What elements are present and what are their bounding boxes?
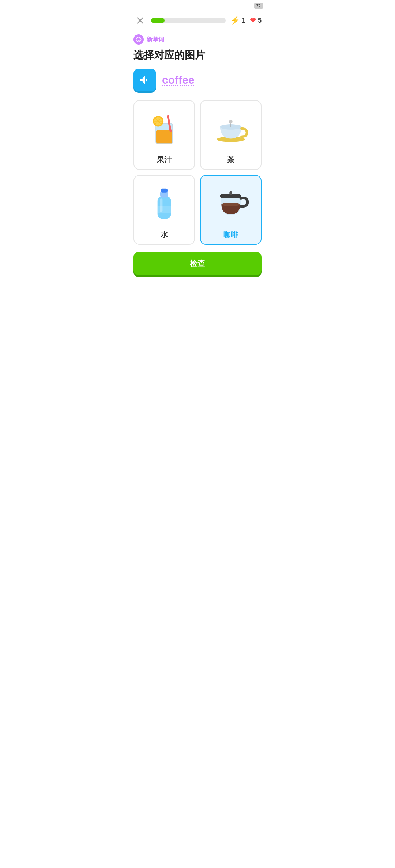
close-button[interactable] [133, 14, 147, 27]
progress-bar [151, 18, 226, 23]
image-grid: 果汁 茶 [133, 100, 262, 245]
svg-rect-6 [156, 130, 173, 144]
svg-point-26 [222, 203, 240, 206]
svg-rect-18 [229, 120, 232, 123]
juice-label: 果汁 [157, 155, 172, 165]
coffee-label: 咖啡 [223, 230, 238, 240]
svg-point-2 [136, 37, 141, 42]
status-bar: 72 [126, 0, 269, 10]
card-juice[interactable]: 果汁 [133, 100, 195, 170]
svg-rect-25 [229, 191, 232, 195]
card-tea[interactable]: 茶 [200, 100, 262, 170]
lightning-count: 1 [242, 17, 245, 24]
heart-icon: ❤ [250, 16, 256, 25]
svg-rect-21 [161, 188, 168, 192]
instruction-text: 选择对应的图片 [133, 49, 262, 61]
badge-icon [133, 34, 144, 45]
top-nav: ⚡ 1 ❤ 5 [126, 10, 269, 31]
lightning-icon: ⚡ [230, 16, 240, 25]
tea-label: 茶 [227, 155, 234, 165]
tea-image [209, 107, 253, 151]
card-water[interactable]: 水 [133, 175, 195, 245]
water-image [142, 182, 186, 225]
main-content: 新单词 选择对应的图片 coffee [126, 31, 269, 245]
word-display: coffee [162, 74, 194, 86]
battery-indicator: 72 [254, 3, 263, 9]
hearts-stat: ❤ 5 [250, 16, 262, 25]
audio-button[interactable] [133, 69, 156, 91]
lightning-stat: ⚡ 1 [230, 16, 245, 25]
bottom-bar: 检查 [126, 252, 269, 284]
coffee-image [209, 182, 253, 225]
hearts-count: 5 [258, 17, 262, 24]
svg-point-3 [137, 39, 138, 39]
progress-fill [151, 18, 165, 23]
new-word-badge: 新单词 [133, 34, 262, 45]
badge-label: 新单词 [147, 36, 164, 43]
check-button[interactable]: 检查 [133, 252, 262, 275]
juice-image [142, 107, 186, 151]
water-label: 水 [161, 230, 168, 240]
card-coffee[interactable]: 咖啡 [200, 175, 262, 245]
svg-rect-23 [158, 206, 171, 213]
word-row: coffee [133, 69, 262, 91]
svg-point-4 [139, 39, 140, 39]
